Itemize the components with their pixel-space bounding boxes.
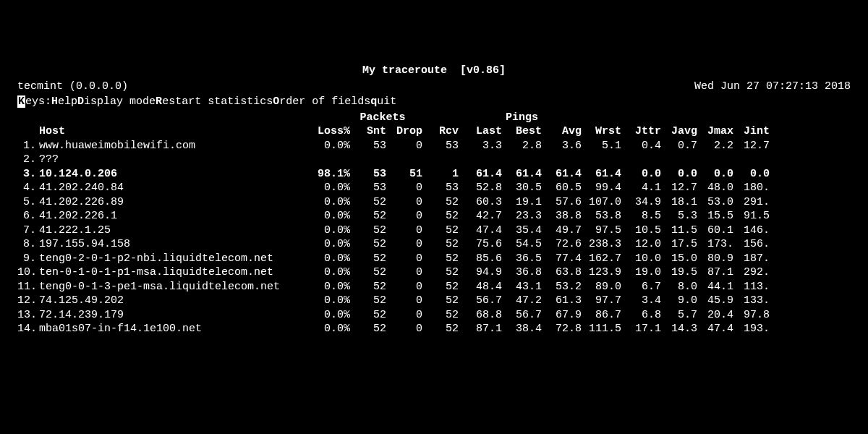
title-text: My traceroute bbox=[362, 64, 447, 77]
row-best: 54.5 bbox=[502, 237, 542, 252]
row-javg: 8.0 bbox=[661, 280, 697, 294]
key-order[interactable]: Order of fields bbox=[273, 95, 370, 108]
results-table: Host Loss% Snt Drop Rcv Last Best Avg Wr… bbox=[17, 124, 851, 336]
row-wrst: 238.3 bbox=[582, 237, 621, 252]
row-loss: 0.0% bbox=[307, 195, 350, 210]
key-quit[interactable]: quit bbox=[370, 95, 396, 108]
row-loss: 0.0% bbox=[307, 322, 350, 336]
row-best: 43.1 bbox=[502, 280, 542, 294]
row-host: 74.125.49.202 bbox=[39, 294, 307, 308]
row-jttr: 0.0 bbox=[621, 167, 661, 182]
col-host: Host bbox=[39, 124, 307, 139]
row-avg: 63.8 bbox=[542, 265, 582, 280]
row-best: 35.4 bbox=[502, 224, 542, 238]
row-index: 8. bbox=[17, 237, 39, 252]
row-rcv: 53 bbox=[422, 181, 459, 195]
row-javg: 5.3 bbox=[661, 209, 697, 224]
row-wrst bbox=[582, 153, 621, 167]
row-avg: 72.8 bbox=[542, 322, 582, 336]
row-loss: 0.0% bbox=[307, 237, 350, 252]
row-index: 7. bbox=[17, 224, 39, 238]
row-wrst: 5.1 bbox=[582, 139, 621, 153]
row-best: 19.1 bbox=[502, 195, 542, 210]
row-index: 9. bbox=[17, 252, 39, 266]
row-drop: 0 bbox=[386, 195, 422, 210]
row-jint: 0.0 bbox=[733, 167, 770, 182]
row-last: 87.1 bbox=[459, 322, 502, 336]
row-jmax bbox=[697, 153, 733, 167]
row-index: 1. bbox=[17, 139, 39, 153]
row-best: 47.2 bbox=[502, 294, 542, 308]
row-index: 10. bbox=[17, 265, 39, 280]
row-index: 12. bbox=[17, 294, 39, 308]
row-snt: 52 bbox=[350, 308, 386, 323]
row-avg: 61.4 bbox=[542, 167, 582, 182]
row-snt: 52 bbox=[350, 237, 386, 252]
row-wrst: 97.7 bbox=[582, 294, 621, 308]
row-host: 72.14.239.179 bbox=[39, 308, 307, 323]
row-loss: 0.0% bbox=[307, 280, 350, 294]
row-javg: 18.1 bbox=[661, 195, 697, 210]
row-loss: 0.0% bbox=[307, 308, 350, 323]
row-loss: 0.0% bbox=[307, 224, 350, 238]
row-avg: 38.8 bbox=[542, 209, 582, 224]
row-index: 4. bbox=[17, 181, 39, 195]
col-snt: Snt bbox=[350, 124, 386, 139]
datetime: Wed Jun 27 07:27:13 2018 bbox=[694, 80, 851, 94]
row-jmax: 15.5 bbox=[697, 209, 733, 224]
row-last: 47.4 bbox=[459, 224, 502, 238]
row-rcv: 1 bbox=[422, 167, 459, 182]
row-jttr: 34.9 bbox=[621, 195, 661, 210]
row-javg: 14.3 bbox=[661, 322, 697, 336]
row-jttr bbox=[621, 153, 661, 167]
row-jmax: 80.9 bbox=[697, 252, 733, 266]
row-host: 197.155.94.158 bbox=[39, 237, 307, 252]
row-rcv: 52 bbox=[422, 294, 459, 308]
row-snt: 52 bbox=[350, 224, 386, 238]
row-snt: 52 bbox=[350, 294, 386, 308]
row-wrst: 107.0 bbox=[582, 195, 621, 210]
row-drop bbox=[386, 153, 422, 167]
col-best: Best bbox=[502, 124, 542, 139]
row-wrst: 61.4 bbox=[582, 167, 621, 182]
key-display-mode[interactable]: Display mode bbox=[77, 95, 156, 108]
col-avg: Avg bbox=[542, 124, 582, 139]
key-restart[interactable]: Restart statistics bbox=[156, 95, 273, 108]
row-jint: 193. bbox=[733, 322, 770, 336]
row-wrst: 86.7 bbox=[582, 308, 621, 323]
row-avg: 3.6 bbox=[542, 139, 582, 153]
row-wrst: 162.7 bbox=[582, 252, 621, 266]
row-best: 30.5 bbox=[502, 181, 542, 195]
row-index: 2. bbox=[17, 153, 39, 167]
col-jint: Jint bbox=[733, 124, 770, 139]
row-index: 13. bbox=[17, 308, 39, 323]
col-javg: Javg bbox=[661, 124, 697, 139]
row-host: 41.202.226.1 bbox=[39, 209, 307, 224]
row-drop: 0 bbox=[386, 322, 422, 336]
row-jttr: 12.0 bbox=[621, 237, 661, 252]
row-host: 41.222.1.25 bbox=[39, 224, 307, 238]
row-drop: 0 bbox=[386, 252, 422, 266]
row-loss: 0.0% bbox=[307, 252, 350, 266]
row-jmax: 2.2 bbox=[697, 139, 733, 153]
row-last: 3.3 bbox=[459, 139, 502, 153]
row-loss: 0.0% bbox=[307, 139, 350, 153]
packets-header: Packets bbox=[307, 111, 459, 125]
row-javg: 15.0 bbox=[661, 252, 697, 266]
row-drop: 51 bbox=[386, 167, 422, 182]
row-rcv bbox=[422, 153, 459, 167]
row-index: 11. bbox=[17, 280, 39, 294]
col-jmax: Jmax bbox=[697, 124, 733, 139]
row-drop: 0 bbox=[386, 139, 422, 153]
row-snt: 53 bbox=[350, 167, 386, 182]
row-loss: 0.0% bbox=[307, 265, 350, 280]
row-rcv: 52 bbox=[422, 209, 459, 224]
key-help[interactable]: Help bbox=[51, 95, 77, 108]
row-jmax: 0.0 bbox=[697, 167, 733, 182]
row-javg: 17.5 bbox=[661, 237, 697, 252]
row-host: 41.202.240.84 bbox=[39, 181, 307, 195]
row-last: 48.4 bbox=[459, 280, 502, 294]
col-jttr: Jttr bbox=[621, 124, 661, 139]
col-loss: Loss% bbox=[307, 124, 350, 139]
row-snt: 52 bbox=[350, 280, 386, 294]
